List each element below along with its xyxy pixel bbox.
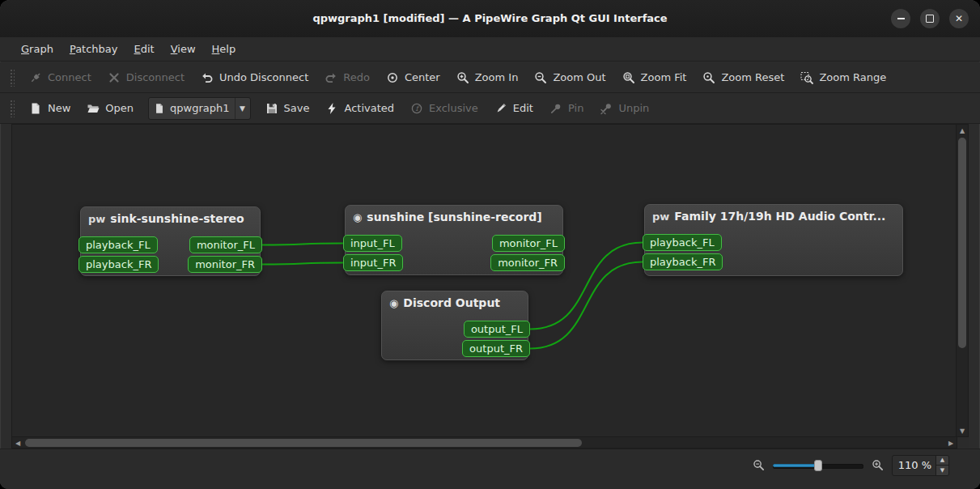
open-label: Open: [105, 102, 134, 114]
menu-patchbay[interactable]: Patchbay: [62, 40, 126, 58]
menu-view[interactable]: View: [163, 40, 204, 58]
menu-edit[interactable]: Edit: [126, 40, 163, 58]
toolbar-file: New Open qpwgraph1 ▼ Save Activated f Ex…: [0, 93, 980, 124]
horizontal-scrollbar[interactable]: ◀ ▶: [11, 437, 957, 449]
zoom-range-button[interactable]: Zoom Range: [792, 67, 894, 88]
undo-icon: [201, 71, 214, 84]
zoom-fit-icon: [622, 71, 635, 84]
scroll-left-arrow[interactable]: ◀: [12, 437, 23, 449]
toolbar-grip[interactable]: [10, 100, 15, 117]
zoom-fit-button[interactable]: Zoom Fit: [614, 67, 695, 88]
port-output_FL[interactable]: output_FL: [464, 321, 530, 338]
edit-button[interactable]: Edit: [486, 98, 541, 119]
undo-disconnect-button[interactable]: Undo Disconnect: [193, 67, 316, 88]
maximize-button[interactable]: [920, 9, 940, 28]
port-monitor_FR[interactable]: monitor_FR: [188, 256, 262, 273]
open-button[interactable]: Open: [78, 98, 142, 119]
horizontal-scrollbar-thumb[interactable]: [25, 439, 582, 447]
port-playback_FL[interactable]: playback_FL: [78, 236, 158, 253]
redo-button[interactable]: Redo: [316, 67, 378, 88]
undo-disconnect-label: Undo Disconnect: [219, 71, 308, 83]
zoom-in-button[interactable]: Zoom In: [448, 67, 527, 88]
zoom-in-small-icon[interactable]: [872, 459, 884, 471]
scrollbar-corner: [957, 437, 969, 449]
port-input_FR[interactable]: input_FR: [343, 254, 403, 271]
zoom-range-label: Zoom Range: [819, 71, 886, 83]
vertical-scrollbar-thumb[interactable]: [958, 138, 966, 348]
node-discord[interactable]: ◉Discord Outputoutput_FLoutput_FR: [381, 291, 528, 360]
spin-down-button[interactable]: ▼: [936, 466, 948, 475]
port-playback_FR[interactable]: playback_FR: [643, 253, 723, 270]
connect-button[interactable]: Connect: [21, 67, 100, 88]
disconnect-button[interactable]: Disconnect: [100, 67, 193, 88]
edit-label: Edit: [513, 102, 533, 114]
connect-label: Connect: [48, 71, 91, 83]
zoom-spinbox[interactable]: 110 % ▲ ▼: [892, 455, 949, 476]
center-button[interactable]: Center: [378, 67, 448, 88]
pin-button[interactable]: Pin: [541, 98, 592, 119]
new-file-icon: [29, 102, 42, 115]
minimize-button[interactable]: [891, 9, 910, 28]
center-label: Center: [405, 71, 440, 83]
minimize-icon: [897, 18, 905, 19]
new-label: New: [48, 102, 70, 114]
port-playback_FL[interactable]: playback_FL: [643, 234, 722, 251]
activated-bolt-icon: [325, 102, 338, 115]
zoom-value: 110 %: [893, 456, 935, 475]
port-output_FR[interactable]: output_FR: [462, 340, 530, 357]
port-input_FL[interactable]: input_FL: [343, 235, 402, 252]
save-button[interactable]: Save: [257, 98, 318, 119]
toolbar-grip[interactable]: [10, 69, 15, 87]
unpin-button[interactable]: Unpin: [592, 98, 657, 119]
maximize-icon: [926, 15, 934, 23]
menu-graph[interactable]: Graph: [13, 40, 62, 58]
scroll-right-arrow[interactable]: ▶: [945, 437, 957, 449]
pin-label: Pin: [568, 102, 583, 114]
center-icon: [386, 71, 399, 84]
redo-label: Redo: [343, 71, 370, 83]
menu-help[interactable]: Help: [204, 40, 244, 58]
node-sunshine[interactable]: ◉sunshine [sunshine-record]input_FLinput…: [345, 205, 563, 275]
connection-edges: [12, 125, 956, 436]
node-family[interactable]: pwFamily 17h/19h HD Audio Contr...playba…: [644, 204, 903, 276]
port-monitor_FR[interactable]: monitor_FR: [490, 254, 565, 271]
exclusive-button[interactable]: f Exclusive: [402, 98, 486, 119]
port-monitor_FL[interactable]: monitor_FL: [492, 235, 565, 252]
zoom-slider-handle[interactable]: [814, 460, 822, 471]
zoom-out-button[interactable]: Zoom Out: [526, 67, 613, 88]
spin-buttons: ▲ ▼: [935, 456, 948, 475]
activated-button[interactable]: Activated: [317, 98, 402, 119]
titlebar[interactable]: qpwgraph1 [modified] — A PipeWire Graph …: [0, 0, 980, 38]
edit-pencil-icon: [494, 102, 507, 115]
port-monitor_FL[interactable]: monitor_FL: [189, 236, 262, 253]
node-title: sink-sunshine-stereo: [110, 212, 244, 225]
redo-icon: [325, 71, 337, 84]
open-folder-icon: [87, 102, 100, 115]
pipewire-icon: pw: [652, 211, 669, 222]
port-playback_FR[interactable]: playback_FR: [78, 256, 159, 273]
node-title: sunshine [sunshine-record]: [367, 210, 541, 223]
connect-icon: [29, 71, 42, 84]
hscroll-row: ◀ ▶: [11, 437, 969, 449]
spin-up-button[interactable]: ▲: [936, 456, 948, 466]
zoom-reset-button[interactable]: Zoom Reset: [694, 67, 792, 88]
zoom-out-small-icon[interactable]: [753, 459, 765, 471]
zoom-reset-label: Zoom Reset: [721, 71, 784, 83]
activated-label: Activated: [344, 102, 394, 114]
statusbar: 110 % ▲ ▼: [0, 449, 980, 489]
app-window: qpwgraph1 [modified] — A PipeWire Graph …: [0, 0, 980, 489]
close-button[interactable]: ✕: [949, 9, 969, 28]
vertical-scrollbar[interactable]: ▲ ▼: [956, 125, 968, 436]
scroll-up-arrow[interactable]: ▲: [957, 125, 968, 136]
new-button[interactable]: New: [21, 98, 78, 119]
zoom-slider[interactable]: [773, 459, 863, 472]
scroll-down-arrow[interactable]: ▼: [957, 425, 968, 436]
patchbay-select[interactable]: qpwgraph1 ▼: [148, 97, 250, 120]
node-sink[interactable]: pwsink-sunshine-stereoplayback_FLplaybac…: [80, 206, 261, 276]
patchbay-select-value: qpwgraph1: [170, 102, 229, 114]
zoom-slider-fill: [773, 464, 818, 467]
graph-canvas[interactable]: pwsink-sunshine-stereoplayback_FLplaybac…: [12, 125, 956, 436]
zoom-out-icon: [534, 71, 547, 84]
close-icon: ✕: [955, 14, 963, 23]
zoom-out-label: Zoom Out: [553, 71, 605, 83]
